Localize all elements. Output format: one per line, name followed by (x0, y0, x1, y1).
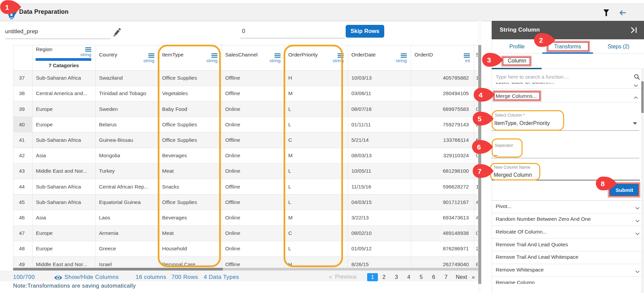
svg-text:7: 7 (478, 167, 482, 175)
svg-text:5: 5 (478, 115, 482, 123)
svg-text:2: 2 (539, 36, 543, 44)
svg-text:4: 4 (479, 91, 483, 99)
svg-text:1: 1 (5, 3, 9, 11)
svg-text:6: 6 (477, 143, 481, 151)
svg-text:3: 3 (487, 56, 491, 64)
svg-text:8: 8 (601, 180, 605, 187)
